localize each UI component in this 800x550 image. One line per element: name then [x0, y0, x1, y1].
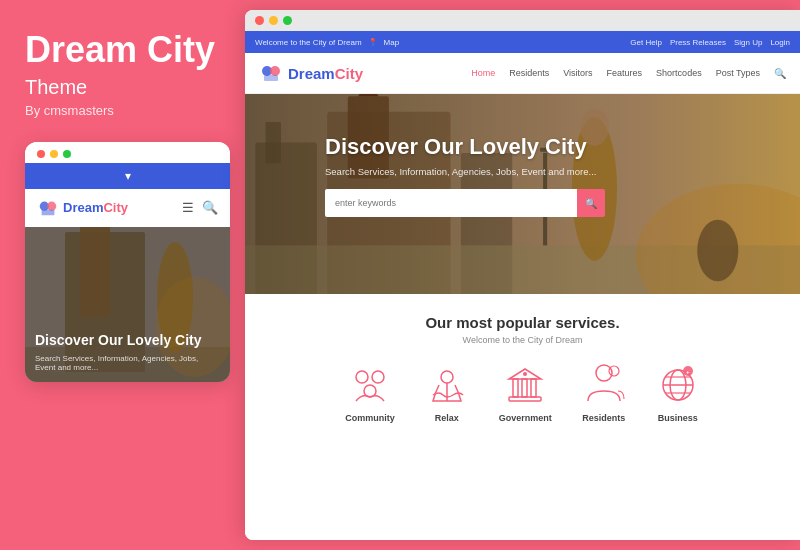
press-releases-link[interactable]: Press Releases [670, 38, 726, 47]
mobile-logo-text: DreamCity [63, 200, 128, 215]
mobile-hero-title: Discover Our Lovely City [35, 332, 220, 350]
svg-point-30 [372, 371, 384, 383]
government-icon [503, 363, 547, 407]
browser-dot-red [255, 16, 264, 25]
top-bar-right: Get Help Press Releases Sign Up Login [630, 38, 790, 47]
nav-features[interactable]: Features [607, 68, 643, 78]
browser-dot-yellow [269, 16, 278, 25]
mobile-hero: Discover Our Lovely City Search Services… [25, 227, 230, 382]
hero-content: Discover Our Lovely City Search Services… [325, 134, 605, 217]
service-item-business[interactable]: + Business [656, 363, 700, 423]
hero-search-button[interactable]: 🔍 [577, 189, 605, 217]
site-nav: Home Residents Visitors Features Shortco… [471, 68, 786, 79]
service-label-relax: Relax [435, 413, 459, 423]
svg-rect-37 [531, 379, 536, 397]
services-section: Our most popular services. Welcome to th… [245, 294, 800, 540]
site-header: DreamCity Home Residents Visitors Featur… [245, 53, 800, 94]
mobile-nav-icons: ☰ 🔍 [182, 200, 218, 215]
residents-icon [582, 363, 626, 407]
sign-up-link[interactable]: Sign Up [734, 38, 762, 47]
nav-post-types[interactable]: Post Types [716, 68, 760, 78]
svg-point-39 [523, 372, 527, 376]
nav-home[interactable]: Home [471, 68, 495, 78]
mobile-logo-blue: Dream [63, 200, 103, 215]
svg-point-1 [47, 201, 56, 210]
mobile-logo-pink: City [103, 200, 128, 215]
nav-residents[interactable]: Residents [509, 68, 549, 78]
dot-green [63, 150, 71, 158]
browser-chrome [245, 10, 800, 31]
get-help-link[interactable]: Get Help [630, 38, 662, 47]
hero-subtitle: Search Services, Information, Agencies, … [325, 166, 605, 177]
right-panel: Welcome to the City of Dream 📍 Map Get H… [245, 10, 800, 540]
app-title: Dream City [25, 30, 225, 70]
mobile-hero-sub: Search Services, Information, Agencies, … [35, 354, 220, 372]
services-title: Our most popular services. [265, 314, 780, 331]
svg-rect-2 [42, 209, 55, 215]
svg-rect-38 [509, 397, 541, 401]
app-subtitle: Theme [25, 76, 225, 99]
site-content: Welcome to the City of Dream 📍 Map Get H… [245, 31, 800, 540]
svg-point-32 [441, 371, 453, 383]
services-icons: Community Relax [265, 363, 780, 423]
hero-title: Discover Our Lovely City [325, 134, 605, 160]
site-logo-text: DreamCity [288, 65, 363, 82]
svg-rect-36 [522, 379, 527, 397]
svg-rect-13 [264, 75, 278, 81]
business-icon: + [656, 363, 700, 407]
mobile-preview-card: ▾ DreamCity ☰ 🔍 [25, 142, 230, 382]
top-bar: Welcome to the City of Dream 📍 Map Get H… [245, 31, 800, 53]
service-label-community: Community [345, 413, 395, 423]
service-item-residents[interactable]: Residents [582, 363, 626, 423]
welcome-text: Welcome to the City of Dream [255, 38, 362, 47]
service-item-government[interactable]: Government [499, 363, 552, 423]
community-icon [348, 363, 392, 407]
site-hero: Discover Our Lovely City Search Services… [245, 94, 800, 294]
search-icon[interactable]: 🔍 [202, 200, 218, 215]
service-label-residents: Residents [582, 413, 625, 423]
service-item-relax[interactable]: Relax [425, 363, 469, 423]
dot-red [37, 150, 45, 158]
logo-pink-text: City [335, 65, 363, 82]
nav-shortcodes[interactable]: Shortcodes [656, 68, 702, 78]
login-link[interactable]: Login [770, 38, 790, 47]
browser-dot-green [283, 16, 292, 25]
site-logo-icon [259, 61, 283, 85]
chevron-down-icon: ▾ [125, 169, 131, 183]
svg-text:+: + [686, 369, 690, 375]
app-author: By cmsmasters [25, 103, 225, 118]
hamburger-icon[interactable]: ☰ [182, 200, 194, 215]
services-subtitle: Welcome to the City of Dream [265, 335, 780, 345]
svg-point-41 [609, 366, 619, 376]
nav-search-icon[interactable]: 🔍 [774, 68, 786, 79]
nav-visitors[interactable]: Visitors [563, 68, 592, 78]
mobile-logo-icon [37, 197, 59, 219]
logo-blue-text: Dream [288, 65, 335, 82]
relax-icon [425, 363, 469, 407]
map-label: Map [384, 38, 400, 47]
mobile-nav-bar: ▾ [25, 163, 230, 189]
mobile-logo: DreamCity [37, 197, 128, 219]
map-icon: 📍 [368, 38, 378, 47]
svg-rect-35 [513, 379, 518, 397]
mobile-card-chrome [25, 142, 230, 163]
svg-point-12 [270, 66, 280, 76]
mobile-logo-bar: DreamCity ☰ 🔍 [25, 189, 230, 227]
service-item-community[interactable]: Community [345, 363, 395, 423]
hero-search-form: 🔍 [325, 189, 605, 217]
dot-yellow [50, 150, 58, 158]
mobile-hero-overlay: Discover Our Lovely City Search Services… [25, 322, 230, 382]
top-bar-left: Welcome to the City of Dream 📍 Map [255, 38, 399, 47]
svg-point-29 [356, 371, 368, 383]
service-label-government: Government [499, 413, 552, 423]
hero-search-input[interactable] [325, 189, 577, 217]
left-panel: Dream City Theme By cmsmasters ▾ Dre [0, 0, 245, 550]
site-logo: DreamCity [259, 61, 363, 85]
service-label-business: Business [658, 413, 698, 423]
